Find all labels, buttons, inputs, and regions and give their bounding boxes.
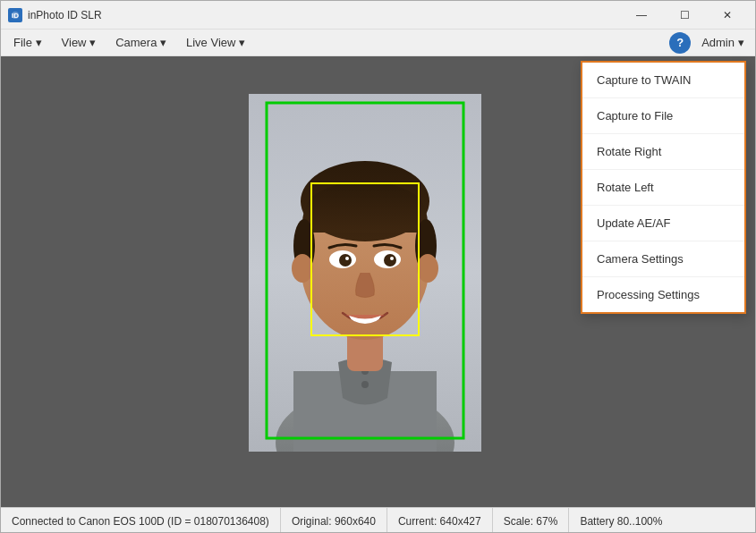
- rotate-left-item[interactable]: Rotate Left: [582, 170, 744, 206]
- title-bar-controls: — ☐ ✕: [621, 1, 748, 30]
- menu-bar-left: File ▾ View ▾ Camera ▾ Live View ▾: [4, 32, 254, 53]
- svg-point-19: [384, 254, 396, 266]
- person-photo: [249, 94, 481, 452]
- admin-label: Admin: [701, 36, 735, 49]
- svg-text:ID: ID: [12, 12, 19, 20]
- admin-button[interactable]: Admin ▾: [694, 32, 752, 53]
- processing-settings-item[interactable]: Processing Settings: [582, 277, 744, 312]
- close-button[interactable]: ✕: [707, 1, 748, 30]
- camera-settings-item[interactable]: Camera Settings: [582, 241, 744, 277]
- status-scale: Scale: 67%: [493, 508, 570, 533]
- capture-twain-item[interactable]: Capture to TWAIN: [582, 63, 744, 98]
- menu-view[interactable]: View ▾: [53, 32, 106, 53]
- status-connection: Connected to Canon EOS 100D (ID = 018070…: [1, 508, 281, 533]
- svg-point-18: [339, 254, 352, 266]
- person-container: [249, 94, 508, 470]
- status-current: Current: 640x427: [387, 508, 493, 533]
- app-title: inPhoto ID SLR: [28, 9, 102, 21]
- menu-file[interactable]: File ▾: [4, 32, 51, 53]
- admin-chevron-icon: ▾: [738, 36, 744, 49]
- rotate-right-item[interactable]: Rotate Right: [582, 134, 744, 170]
- svg-point-14: [292, 254, 313, 283]
- help-button[interactable]: ?: [669, 32, 691, 54]
- menu-liveview[interactable]: Live View ▾: [177, 32, 254, 53]
- minimize-button[interactable]: —: [621, 1, 662, 30]
- svg-point-8: [361, 381, 369, 388]
- capture-file-item[interactable]: Capture to File: [582, 98, 744, 134]
- app-icon: ID: [8, 8, 22, 22]
- status-battery: Battery 80..100%: [569, 508, 673, 533]
- status-bar: Connected to Canon EOS 100D (ID = 018070…: [1, 507, 755, 533]
- status-original: Original: 960x640: [281, 508, 387, 533]
- menu-camera[interactable]: Camera ▾: [106, 32, 175, 53]
- update-aeaf-item[interactable]: Update AE/AF: [582, 206, 744, 241]
- svg-point-15: [417, 254, 438, 283]
- title-bar: ID inPhoto ID SLR — ☐ ✕: [1, 1, 755, 30]
- menu-bar: File ▾ View ▾ Camera ▾ Live View ▾ ? Adm…: [1, 30, 755, 56]
- main-area: Capture to TWAIN Capture to File Rotate …: [1, 56, 755, 507]
- menu-bar-right: ? Admin ▾: [669, 32, 752, 54]
- title-bar-left: ID inPhoto ID SLR: [8, 8, 102, 22]
- maximize-button[interactable]: ☐: [664, 1, 705, 30]
- svg-point-21: [390, 257, 394, 260]
- dropdown-panel: Capture to TWAIN Capture to File Rotate …: [581, 61, 746, 314]
- svg-point-20: [345, 257, 349, 260]
